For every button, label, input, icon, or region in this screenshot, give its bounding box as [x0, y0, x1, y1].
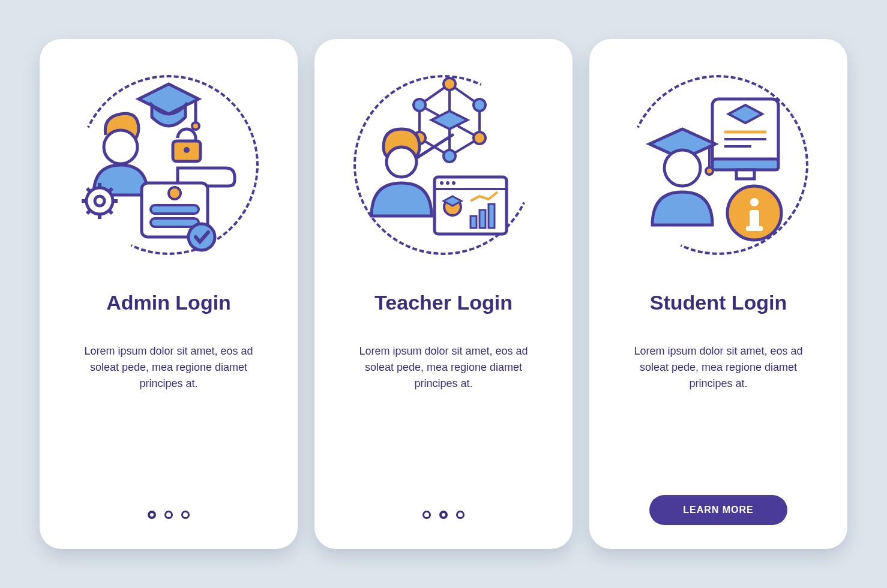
svg-point-41 [452, 181, 456, 185]
svg-point-31 [474, 132, 486, 144]
page-indicator [148, 511, 190, 519]
svg-rect-44 [471, 216, 477, 228]
info-icon [727, 186, 781, 240]
svg-point-36 [386, 147, 416, 177]
svg-rect-46 [489, 204, 495, 228]
student-icon-group [628, 75, 808, 255]
svg-point-5 [104, 130, 137, 164]
card-title: Admin Login [106, 291, 231, 314]
svg-point-57 [664, 150, 700, 186]
svg-point-56 [706, 167, 713, 175]
svg-point-30 [474, 99, 486, 111]
svg-point-29 [444, 78, 456, 90]
svg-point-59 [750, 198, 759, 206]
svg-line-14 [87, 211, 90, 214]
admin-icon-group [79, 75, 259, 255]
graduation-cap-icon [139, 84, 199, 130]
page-dot-1[interactable] [148, 511, 156, 519]
illustration-student [628, 75, 808, 255]
onboarding-card-student: Student Login Lorem ipsum dolor sit amet… [589, 39, 847, 549]
page-dot-2[interactable] [439, 511, 448, 519]
svg-point-34 [413, 99, 425, 111]
svg-rect-18 [151, 205, 199, 214]
svg-point-17 [169, 187, 181, 199]
gear-icon [82, 183, 118, 219]
svg-rect-61 [746, 226, 763, 231]
card-title: Teacher Login [374, 291, 513, 314]
teacher-icon-group [353, 75, 534, 255]
card-description: Lorem ipsum dolor sit amet, eos ad solea… [622, 343, 814, 392]
svg-line-15 [109, 188, 112, 191]
page-dot-2[interactable] [164, 511, 173, 519]
document-monitor-icon [712, 99, 778, 179]
svg-rect-60 [750, 210, 759, 228]
svg-point-40 [446, 181, 450, 185]
person-icon [94, 113, 148, 195]
page-indicator [422, 511, 465, 519]
svg-rect-19 [151, 218, 199, 227]
svg-point-2 [192, 122, 199, 130]
padlock-icon [173, 129, 200, 161]
svg-line-13 [109, 211, 112, 214]
page-dot-3[interactable] [181, 511, 190, 519]
svg-point-6 [86, 188, 113, 214]
svg-point-4 [184, 147, 190, 153]
learn-more-button[interactable]: LEARN MORE [649, 495, 787, 525]
illustration-teacher [353, 75, 534, 255]
svg-point-39 [440, 181, 444, 185]
graduation-cap-icon [444, 196, 462, 215]
checkmark-icon [188, 224, 215, 250]
student-person-icon [649, 129, 715, 225]
card-description: Lorem ipsum dolor sit amet, eos ad solea… [73, 343, 265, 392]
svg-line-12 [87, 188, 90, 191]
card-title: Student Login [650, 291, 787, 314]
analytics-window-icon [434, 177, 507, 234]
network-graph-icon [413, 78, 486, 162]
svg-rect-48 [712, 159, 778, 170]
svg-rect-45 [480, 210, 486, 228]
onboarding-card-teacher: Teacher Login Lorem ipsum dolor sit amet… [314, 39, 573, 549]
page-dot-3[interactable] [456, 511, 465, 519]
illustration-admin [79, 75, 259, 255]
page-dot-1[interactable] [422, 511, 431, 519]
svg-marker-0 [139, 84, 199, 114]
svg-point-32 [444, 150, 456, 162]
onboarding-card-admin: Admin Login Lorem ipsum dolor sit amet, … [40, 39, 298, 549]
svg-rect-49 [736, 170, 754, 179]
svg-point-20 [188, 224, 215, 250]
card-description: Lorem ipsum dolor sit amet, eos ad solea… [347, 343, 540, 392]
